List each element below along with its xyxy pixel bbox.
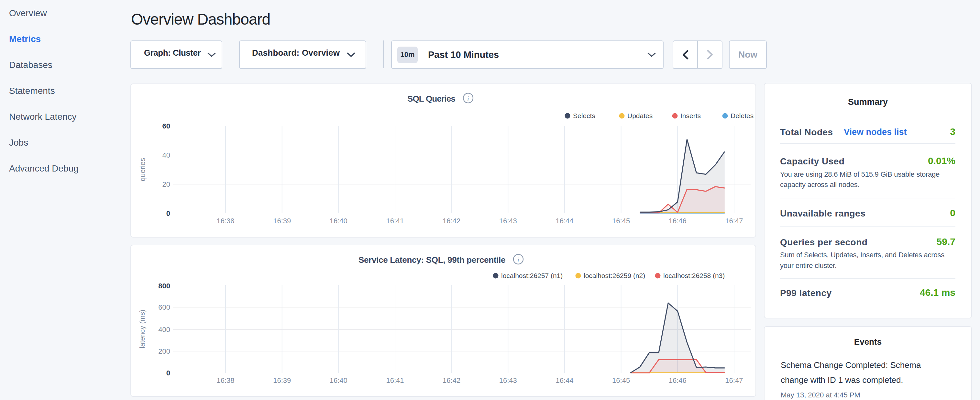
svg-text:i: i bbox=[517, 256, 519, 264]
svg-text:queries: queries bbox=[138, 158, 146, 181]
svg-text:16:43: 16:43 bbox=[499, 217, 517, 225]
svg-text:60: 60 bbox=[162, 122, 170, 130]
svg-text:0: 0 bbox=[166, 369, 170, 377]
svg-text:16:42: 16:42 bbox=[442, 376, 460, 384]
svg-text:localhost:26257 (n1): localhost:26257 (n1) bbox=[501, 272, 563, 279]
svg-text:800: 800 bbox=[158, 282, 170, 290]
svg-text:Inserts: Inserts bbox=[680, 112, 701, 120]
svg-text:16:43: 16:43 bbox=[499, 376, 517, 384]
svg-text:Updates: Updates bbox=[627, 112, 652, 120]
svg-text:16:40: 16:40 bbox=[330, 376, 347, 384]
svg-text:16:44: 16:44 bbox=[555, 376, 573, 384]
svg-text:localhost:26259 (n2): localhost:26259 (n2) bbox=[584, 272, 645, 279]
svg-text:16:46: 16:46 bbox=[669, 217, 687, 225]
svg-text:16:45: 16:45 bbox=[612, 376, 630, 384]
svg-text:16:44: 16:44 bbox=[555, 217, 573, 225]
svg-text:16:47: 16:47 bbox=[725, 217, 743, 225]
svg-text:Deletes: Deletes bbox=[730, 112, 754, 120]
svg-text:16:39: 16:39 bbox=[273, 217, 291, 225]
svg-text:16:47: 16:47 bbox=[725, 376, 743, 384]
svg-text:16:41: 16:41 bbox=[386, 217, 404, 225]
svg-text:200: 200 bbox=[158, 347, 170, 355]
svg-text:16:41: 16:41 bbox=[386, 376, 404, 384]
svg-text:16:45: 16:45 bbox=[612, 217, 630, 225]
svg-text:16:42: 16:42 bbox=[442, 217, 460, 225]
svg-text:0: 0 bbox=[166, 209, 170, 217]
svg-text:Selects: Selects bbox=[573, 112, 595, 120]
svg-text:i: i bbox=[467, 95, 469, 103]
svg-text:40: 40 bbox=[162, 151, 170, 159]
svg-text:400: 400 bbox=[158, 325, 170, 334]
svg-text:600: 600 bbox=[158, 303, 170, 311]
svg-text:16:38: 16:38 bbox=[216, 376, 234, 384]
svg-text:Service Latency: SQL, 99th per: Service Latency: SQL, 99th percentile bbox=[358, 255, 505, 265]
svg-text:localhost:26258 (n3): localhost:26258 (n3) bbox=[663, 272, 725, 279]
svg-text:latency (ms): latency (ms) bbox=[138, 310, 146, 349]
svg-text:16:38: 16:38 bbox=[216, 217, 234, 225]
svg-text:16:40: 16:40 bbox=[330, 217, 347, 225]
svg-text:16:46: 16:46 bbox=[669, 376, 687, 384]
svg-text:16:39: 16:39 bbox=[273, 376, 291, 384]
svg-text:20: 20 bbox=[162, 180, 170, 188]
svg-text:SQL Queries: SQL Queries bbox=[407, 94, 455, 104]
